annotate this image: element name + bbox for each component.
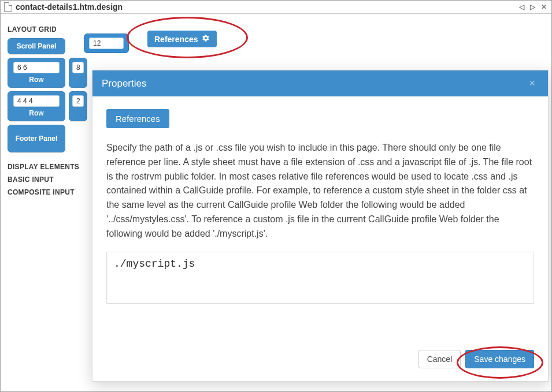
properties-dialog: Properties × References Specify the path… (92, 70, 549, 382)
palette-label: Footer Panel (16, 135, 58, 143)
tab-label: References (116, 114, 160, 124)
file-icon (4, 2, 12, 12)
dialog-header: Properties × (92, 70, 548, 96)
palette-label: Row (29, 76, 43, 84)
row-value-input[interactable] (13, 95, 60, 107)
window-close-button[interactable]: ✕ (540, 3, 548, 11)
gear-icon (202, 34, 210, 44)
section-display-elements[interactable]: DISPLAY ELEMENTS (8, 163, 87, 171)
row-value-input[interactable] (13, 62, 60, 73)
col-value-input[interactable] (89, 38, 124, 49)
palette-label: Scroll Panel (17, 42, 57, 50)
window-title: contact-details1.htm.design (16, 2, 123, 12)
palette-row-2[interactable] (69, 91, 87, 121)
save-changes-button[interactable]: Save changes (465, 350, 534, 368)
sidebar-palette: LAYOUT GRID Scroll Panel Row Row (3, 20, 90, 203)
palette-row-8[interactable] (69, 58, 87, 88)
section-composite-input[interactable]: COMPOSITE INPUT (8, 188, 87, 196)
references-textarea[interactable] (106, 252, 534, 304)
dialog-close-button[interactable]: × (525, 77, 539, 89)
palette-row-66[interactable]: Row (8, 58, 65, 88)
cancel-button[interactable]: Cancel (418, 350, 461, 368)
window-titlebar: contact-details1.htm.design ◁ ▷ ✕ (1, 1, 551, 14)
references-label: References (154, 35, 198, 44)
tab-references[interactable]: References (106, 109, 169, 128)
row-value-input[interactable] (72, 95, 84, 107)
palette-label: Row (29, 109, 43, 117)
palette-footer-panel[interactable]: Footer Panel (8, 125, 65, 152)
grid-col-block[interactable] (84, 33, 129, 53)
section-layout-grid: LAYOUT GRID (8, 25, 87, 33)
dialog-title: Properties (102, 78, 146, 89)
palette-row-444[interactable]: Row (8, 91, 65, 121)
nav-prev-button[interactable]: ◁ (518, 3, 525, 11)
references-help-text: Specify the path of a .js or .css file y… (106, 141, 534, 241)
section-basic-input[interactable]: BASIC INPUT (8, 176, 87, 184)
references-button[interactable]: References (147, 31, 217, 47)
nav-next-button[interactable]: ▷ (529, 3, 536, 11)
palette-scroll-panel[interactable]: Scroll Panel (8, 38, 65, 54)
row-value-input[interactable] (72, 62, 84, 73)
